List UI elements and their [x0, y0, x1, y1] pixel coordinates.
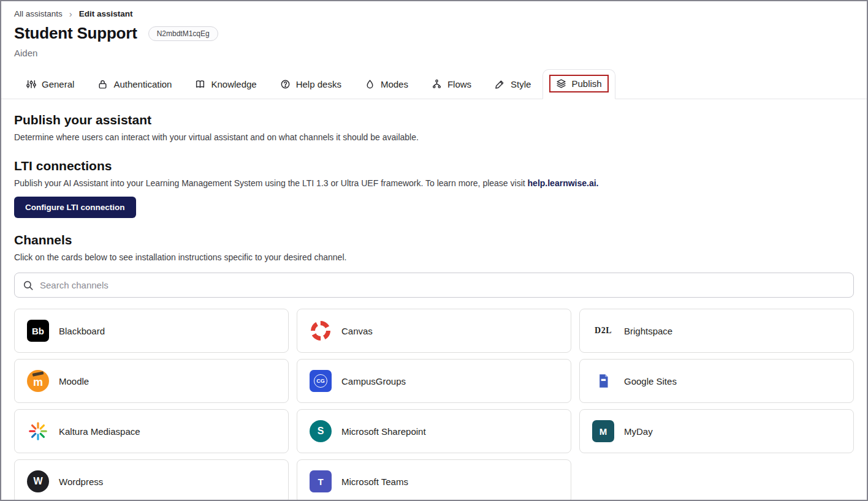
- tab-general[interactable]: General: [14, 71, 86, 99]
- channel-label: MyDay: [624, 426, 653, 437]
- wordpress-icon: W: [27, 470, 49, 492]
- channel-card-microsoft-sharepoint[interactable]: S Microsoft Sharepoint: [297, 409, 571, 453]
- moodle-icon: m: [27, 370, 49, 392]
- edit-assistant-page: All assistants › Edit assistant Student …: [0, 0, 868, 501]
- tab-label: Modes: [381, 79, 408, 89]
- campusgroups-icon: CG: [310, 370, 332, 392]
- tab-knowledge[interactable]: Knowledge: [183, 71, 268, 99]
- channel-label: Kaltura Mediaspace: [59, 426, 140, 437]
- microsoft-teams-icon: T: [310, 470, 332, 492]
- droplet-icon: [365, 79, 375, 89]
- channels-section-title: Channels: [14, 233, 854, 247]
- tab-label: Help desks: [296, 79, 341, 89]
- canvas-icon: [311, 321, 330, 341]
- layers-icon: [556, 78, 566, 89]
- header: Student Support N2mbdtM1cqEg: [14, 24, 854, 43]
- breadcrumb-separator-icon: ›: [69, 9, 72, 18]
- publish-tab-highlight-box: Publish: [549, 75, 608, 92]
- tab-modes[interactable]: Modes: [353, 71, 420, 99]
- tab-help-desks[interactable]: Help desks: [268, 71, 353, 99]
- icon-glyph: D2L: [595, 326, 612, 336]
- channel-label: Wordpress: [59, 477, 103, 487]
- lti-section-title: LTI connections: [14, 159, 854, 173]
- channel-card-myday[interactable]: M MyDay: [579, 409, 854, 453]
- channel-label: Microsoft Teams: [341, 477, 408, 487]
- breadcrumb: All assistants › Edit assistant: [14, 9, 854, 18]
- icon-glyph: m: [33, 376, 43, 389]
- assistant-name: Aiden: [14, 48, 854, 58]
- tab-label: Publish: [571, 78, 601, 89]
- kaltura-mediaspace-icon: [27, 420, 49, 442]
- channel-card-microsoft-teams[interactable]: T Microsoft Teams: [297, 459, 571, 501]
- channel-card-wordpress[interactable]: W Wordpress: [14, 459, 289, 501]
- channel-card-canvas[interactable]: Canvas: [297, 309, 571, 353]
- channel-label: Canvas: [341, 326, 373, 336]
- tab-flows[interactable]: Flows: [420, 71, 483, 99]
- google-sites-icon: [592, 370, 614, 392]
- breadcrumb-all-assistants[interactable]: All assistants: [14, 9, 63, 18]
- icon-glyph: CG: [314, 374, 327, 388]
- icon-glyph: T: [318, 477, 323, 487]
- channel-label: Moodle: [59, 376, 89, 386]
- search-input[interactable]: [40, 280, 845, 290]
- page-title: Student Support: [14, 24, 137, 43]
- channel-card-google-sites[interactable]: Google Sites: [579, 359, 854, 403]
- channel-card-blackboard[interactable]: Bb Blackboard: [14, 309, 289, 353]
- icon-glyph: M: [600, 426, 607, 437]
- tab-publish[interactable]: Publish: [542, 69, 615, 99]
- channel-card-moodle[interactable]: m Moodle: [14, 359, 289, 403]
- icon-glyph: Bb: [32, 326, 44, 336]
- icon-glyph: S: [318, 426, 324, 437]
- assistant-id-badge: N2mbdtM1cqEg: [148, 26, 218, 41]
- tab-style[interactable]: Style: [483, 71, 542, 99]
- tab-bar: General Authentication Knowledge: [1, 69, 867, 99]
- branch-icon: [432, 79, 442, 89]
- tab-label: General: [42, 79, 74, 89]
- configure-lti-button[interactable]: Configure LTI connection: [14, 197, 136, 218]
- microsoft-sharepoint-icon: S: [310, 420, 332, 442]
- blackboard-icon: Bb: [27, 320, 49, 342]
- breadcrumb-edit-assistant: Edit assistant: [79, 9, 133, 18]
- channel-card-campusgroups[interactable]: CG CampusGroups: [297, 359, 571, 403]
- question-circle-icon: [280, 79, 291, 89]
- channels-section-description: Click on the cards below to see installa…: [14, 252, 854, 262]
- channel-card-kaltura-mediaspace[interactable]: Kaltura Mediaspace: [14, 409, 289, 453]
- lock-icon: [97, 79, 108, 89]
- sliders-icon: [26, 79, 36, 89]
- channel-label: CampusGroups: [341, 376, 406, 386]
- tab-label: Flows: [447, 79, 471, 89]
- publish-section-title: Publish your assistant: [14, 113, 854, 127]
- brightspace-icon: D2L: [592, 320, 614, 342]
- tab-label: Authentication: [113, 79, 172, 89]
- search-icon: [23, 280, 34, 291]
- book-icon: [195, 79, 205, 89]
- myday-icon: M: [592, 420, 614, 442]
- publish-section-description: Determine where users can interact with …: [14, 132, 854, 142]
- lti-section-description: Publish your AI Assistant into your Lear…: [14, 178, 525, 188]
- tab-label: Knowledge: [211, 79, 256, 89]
- channel-card-brightspace[interactable]: D2L Brightspace: [579, 309, 854, 353]
- help-learnwise-link[interactable]: help.learnwise.ai.: [528, 178, 599, 188]
- channel-label: Brightspace: [624, 326, 672, 336]
- icon-glyph: W: [33, 476, 42, 487]
- tab-label: Style: [511, 79, 531, 89]
- tab-authentication[interactable]: Authentication: [86, 71, 183, 99]
- channel-label: Blackboard: [59, 326, 105, 336]
- pen-icon: [495, 79, 505, 89]
- channel-search[interactable]: [14, 273, 854, 298]
- channel-label: Google Sites: [624, 376, 677, 386]
- channel-label: Microsoft Sharepoint: [341, 426, 426, 437]
- channels-grid: Bb Blackboard Canvas D2L Brightspace m M…: [14, 309, 854, 501]
